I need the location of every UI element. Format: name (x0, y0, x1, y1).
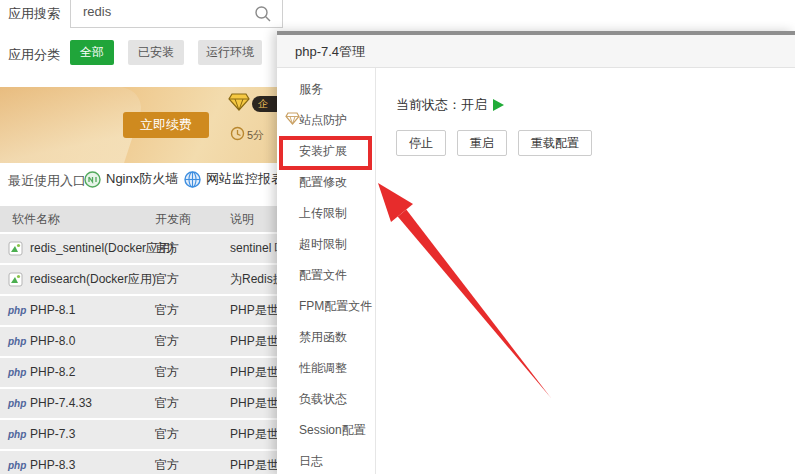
modal-sidebar-item[interactable]: Session配置 (277, 415, 375, 446)
category-button[interactable]: 全部 (70, 40, 114, 65)
software-name[interactable]: PHP-7.4.33 (30, 389, 92, 418)
software-icon: php (8, 303, 26, 318)
site-protect-gem-icon (285, 112, 300, 125)
promo-banner: 立即续费 企 5分 (0, 87, 290, 163)
service-action-button[interactable]: 重载配置 (518, 130, 592, 156)
software-description: PHP是世界 (230, 451, 278, 474)
table-row[interactable]: php redis_sentinel(Docker应用) 官方 sentinel… (0, 234, 278, 263)
software-icon: php (8, 458, 26, 473)
header-developer: 开发商 (155, 206, 191, 232)
category-button[interactable]: 已安装 (128, 40, 184, 65)
status-line: 当前状态： 开启 (396, 96, 795, 114)
status-label: 当前状态： (396, 96, 461, 114)
search-icon[interactable] (254, 5, 272, 23)
software-developer: 官方 (155, 234, 179, 263)
modal-sidebar-item[interactable]: 上传限制 (277, 198, 375, 229)
software-name[interactable]: PHP-7.3 (30, 420, 75, 449)
table-row[interactable]: php PHP-7.4.33 官方 PHP是世界 (0, 389, 278, 418)
clock-icon (230, 126, 245, 141)
software-developer: 官方 (155, 451, 179, 474)
search-label: 应用搜索 (8, 5, 60, 23)
table-rows: php redis_sentinel(Docker应用) 官方 sentinel… (0, 234, 278, 474)
recent-entry-label: 最近使用入口 (8, 172, 86, 190)
modal-sidebar-item[interactable]: 性能调整 (277, 353, 375, 384)
software-icon: php (8, 365, 26, 380)
status-value: 开启 (461, 96, 487, 114)
service-action-button[interactable]: 重启 (457, 130, 507, 156)
table-row[interactable]: php PHP-8.0 官方 PHP是世界 (0, 327, 278, 356)
software-name[interactable]: PHP-8.3 (30, 451, 75, 474)
time-left-text: 5分 (247, 128, 264, 143)
software-description: PHP是世界 (230, 327, 278, 356)
header-description: 说明 (230, 206, 254, 232)
category-label: 应用分类 (8, 46, 60, 64)
modal-sidebar-item[interactable]: 超时限制 (277, 229, 375, 260)
nginx-firewall-icon (84, 171, 101, 188)
software-description: 为Redis提 (230, 265, 278, 294)
software-table: 软件名称 开发商 说明 php redis_sentinel(Docker应用) (0, 206, 278, 474)
php-manage-modal: php-7.4管理 服务 站点防护 安装扩展 配置修改 上传限制 超时限制 配置… (277, 31, 795, 474)
software-description: PHP是世界 (230, 296, 278, 325)
search-input[interactable] (70, 0, 283, 28)
software-name[interactable]: redis_sentinel(Docker应用) (30, 234, 174, 263)
quick-link-nginx-firewall[interactable]: Nginx防火墙 (84, 170, 178, 188)
software-name[interactable]: PHP-8.1 (30, 296, 75, 325)
modal-sidebar-item[interactable]: 负载状态 (277, 384, 375, 415)
software-developer: 官方 (155, 296, 179, 325)
modal-sidebar: 服务 站点防护 安装扩展 配置修改 上传限制 超时限制 配置文件 FPM配置文件… (277, 68, 376, 474)
software-description: PHP是世界 (230, 358, 278, 387)
table-row[interactable]: php redisearch(Docker应用) 官方 为Redis提 (0, 265, 278, 294)
table-row[interactable]: php PHP-8.3 官方 PHP是世界 (0, 451, 278, 474)
software-icon: php (8, 241, 26, 256)
service-action-buttons: 停止 重启 重载配置 (396, 130, 795, 156)
software-developer: 官方 (155, 358, 179, 387)
table-row[interactable]: php PHP-7.3 官方 PHP是世界 (0, 420, 278, 449)
modal-sidebar-item[interactable]: 禁用函数 (277, 322, 375, 353)
modal-sidebar-item[interactable]: FPM配置文件 (277, 291, 375, 322)
modal-title: php-7.4管理 (277, 35, 795, 68)
table-header: 软件名称 开发商 说明 (0, 206, 278, 232)
software-name[interactable]: redisearch(Docker应用) (30, 265, 156, 294)
modal-sidebar-item[interactable]: 安装扩展 (277, 136, 375, 167)
software-name[interactable]: PHP-8.2 (30, 358, 75, 387)
software-description: sentinel 哨 (230, 234, 278, 263)
modal-sidebar-item[interactable]: 日志 (277, 446, 375, 474)
modal-content: 当前状态： 开启 停止 重启 重载配置 (376, 68, 795, 474)
software-icon: php (8, 427, 26, 442)
modal-sidebar-item[interactable]: 配置修改 (277, 167, 375, 198)
renew-button[interactable]: 立即续费 (123, 112, 209, 138)
software-developer: 官方 (155, 420, 179, 449)
software-developer: 官方 (155, 327, 179, 356)
quick-link-label: Nginx防火墙 (106, 170, 178, 188)
site-monitor-icon (184, 171, 201, 188)
software-name[interactable]: PHP-8.0 (30, 327, 75, 356)
software-icon: php (8, 272, 26, 287)
category-button[interactable]: 运行环境 (198, 40, 262, 65)
quick-link-site-monitor[interactable]: 网站监控报表 (184, 170, 284, 188)
diamond-icon (228, 93, 250, 111)
software-developer: 官方 (155, 389, 179, 418)
software-developer: 官方 (155, 265, 179, 294)
table-row[interactable]: php PHP-8.1 官方 PHP是世界 (0, 296, 278, 325)
software-icon: php (8, 396, 26, 411)
software-description: PHP是世界 (230, 389, 278, 418)
software-description: PHP是世界 (230, 420, 278, 449)
quick-link-label: 网站监控报表 (206, 170, 284, 188)
modal-sidebar-item[interactable]: 配置文件 (277, 260, 375, 291)
header-software-name: 软件名称 (12, 206, 60, 232)
service-action-button[interactable]: 停止 (396, 130, 446, 156)
software-icon: php (8, 334, 26, 349)
modal-sidebar-item[interactable]: 服务 (277, 74, 375, 105)
table-row[interactable]: php PHP-8.2 官方 PHP是世界 (0, 358, 278, 387)
running-play-icon (493, 99, 504, 111)
